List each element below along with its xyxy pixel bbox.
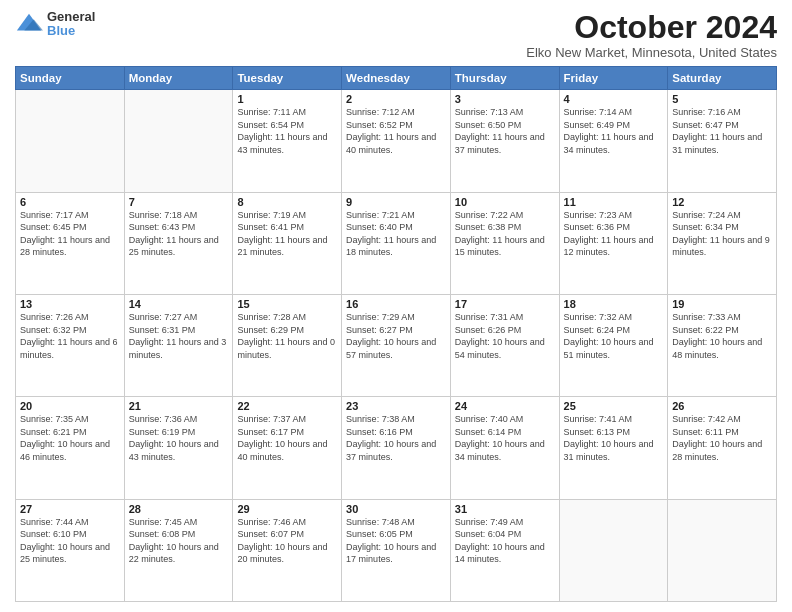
logo-blue-text: Blue bbox=[47, 24, 95, 38]
table-row: 14Sunrise: 7:27 AM Sunset: 6:31 PM Dayli… bbox=[124, 294, 233, 396]
day-number: 5 bbox=[672, 93, 772, 105]
table-row: 1Sunrise: 7:11 AM Sunset: 6:54 PM Daylig… bbox=[233, 90, 342, 192]
table-row: 6Sunrise: 7:17 AM Sunset: 6:45 PM Daylig… bbox=[16, 192, 125, 294]
table-row: 26Sunrise: 7:42 AM Sunset: 6:11 PM Dayli… bbox=[668, 397, 777, 499]
day-info: Sunrise: 7:17 AM Sunset: 6:45 PM Dayligh… bbox=[20, 209, 120, 259]
table-row: 16Sunrise: 7:29 AM Sunset: 6:27 PM Dayli… bbox=[342, 294, 451, 396]
table-row: 30Sunrise: 7:48 AM Sunset: 6:05 PM Dayli… bbox=[342, 499, 451, 601]
day-info: Sunrise: 7:12 AM Sunset: 6:52 PM Dayligh… bbox=[346, 106, 446, 156]
day-info: Sunrise: 7:11 AM Sunset: 6:54 PM Dayligh… bbox=[237, 106, 337, 156]
day-number: 8 bbox=[237, 196, 337, 208]
col-friday: Friday bbox=[559, 67, 668, 90]
table-row: 3Sunrise: 7:13 AM Sunset: 6:50 PM Daylig… bbox=[450, 90, 559, 192]
logo-icon bbox=[15, 10, 43, 38]
table-row: 9Sunrise: 7:21 AM Sunset: 6:40 PM Daylig… bbox=[342, 192, 451, 294]
day-info: Sunrise: 7:16 AM Sunset: 6:47 PM Dayligh… bbox=[672, 106, 772, 156]
day-info: Sunrise: 7:45 AM Sunset: 6:08 PM Dayligh… bbox=[129, 516, 229, 566]
day-info: Sunrise: 7:49 AM Sunset: 6:04 PM Dayligh… bbox=[455, 516, 555, 566]
day-info: Sunrise: 7:42 AM Sunset: 6:11 PM Dayligh… bbox=[672, 413, 772, 463]
week-row-5: 27Sunrise: 7:44 AM Sunset: 6:10 PM Dayli… bbox=[16, 499, 777, 601]
day-number: 7 bbox=[129, 196, 229, 208]
table-row: 15Sunrise: 7:28 AM Sunset: 6:29 PM Dayli… bbox=[233, 294, 342, 396]
table-row: 7Sunrise: 7:18 AM Sunset: 6:43 PM Daylig… bbox=[124, 192, 233, 294]
day-number: 18 bbox=[564, 298, 664, 310]
table-row bbox=[124, 90, 233, 192]
logo-general-text: General bbox=[47, 10, 95, 24]
day-info: Sunrise: 7:37 AM Sunset: 6:17 PM Dayligh… bbox=[237, 413, 337, 463]
day-number: 16 bbox=[346, 298, 446, 310]
table-row: 23Sunrise: 7:38 AM Sunset: 6:16 PM Dayli… bbox=[342, 397, 451, 499]
title-location: Elko New Market, Minnesota, United State… bbox=[526, 45, 777, 60]
week-row-1: 1Sunrise: 7:11 AM Sunset: 6:54 PM Daylig… bbox=[16, 90, 777, 192]
col-tuesday: Tuesday bbox=[233, 67, 342, 90]
day-number: 29 bbox=[237, 503, 337, 515]
day-number: 19 bbox=[672, 298, 772, 310]
day-info: Sunrise: 7:28 AM Sunset: 6:29 PM Dayligh… bbox=[237, 311, 337, 361]
table-row: 11Sunrise: 7:23 AM Sunset: 6:36 PM Dayli… bbox=[559, 192, 668, 294]
day-info: Sunrise: 7:31 AM Sunset: 6:26 PM Dayligh… bbox=[455, 311, 555, 361]
day-number: 3 bbox=[455, 93, 555, 105]
day-number: 9 bbox=[346, 196, 446, 208]
day-info: Sunrise: 7:38 AM Sunset: 6:16 PM Dayligh… bbox=[346, 413, 446, 463]
table-row bbox=[668, 499, 777, 601]
day-number: 26 bbox=[672, 400, 772, 412]
day-info: Sunrise: 7:35 AM Sunset: 6:21 PM Dayligh… bbox=[20, 413, 120, 463]
day-number: 28 bbox=[129, 503, 229, 515]
table-row bbox=[559, 499, 668, 601]
table-row: 4Sunrise: 7:14 AM Sunset: 6:49 PM Daylig… bbox=[559, 90, 668, 192]
col-thursday: Thursday bbox=[450, 67, 559, 90]
day-info: Sunrise: 7:36 AM Sunset: 6:19 PM Dayligh… bbox=[129, 413, 229, 463]
table-row: 12Sunrise: 7:24 AM Sunset: 6:34 PM Dayli… bbox=[668, 192, 777, 294]
table-row: 27Sunrise: 7:44 AM Sunset: 6:10 PM Dayli… bbox=[16, 499, 125, 601]
table-row: 18Sunrise: 7:32 AM Sunset: 6:24 PM Dayli… bbox=[559, 294, 668, 396]
table-row: 21Sunrise: 7:36 AM Sunset: 6:19 PM Dayli… bbox=[124, 397, 233, 499]
table-row: 8Sunrise: 7:19 AM Sunset: 6:41 PM Daylig… bbox=[233, 192, 342, 294]
day-number: 1 bbox=[237, 93, 337, 105]
day-number: 24 bbox=[455, 400, 555, 412]
week-row-4: 20Sunrise: 7:35 AM Sunset: 6:21 PM Dayli… bbox=[16, 397, 777, 499]
table-row: 13Sunrise: 7:26 AM Sunset: 6:32 PM Dayli… bbox=[16, 294, 125, 396]
col-sunday: Sunday bbox=[16, 67, 125, 90]
day-number: 12 bbox=[672, 196, 772, 208]
day-number: 4 bbox=[564, 93, 664, 105]
table-row: 29Sunrise: 7:46 AM Sunset: 6:07 PM Dayli… bbox=[233, 499, 342, 601]
day-info: Sunrise: 7:40 AM Sunset: 6:14 PM Dayligh… bbox=[455, 413, 555, 463]
day-number: 13 bbox=[20, 298, 120, 310]
day-number: 14 bbox=[129, 298, 229, 310]
calendar-table: Sunday Monday Tuesday Wednesday Thursday… bbox=[15, 66, 777, 602]
logo: General Blue bbox=[15, 10, 95, 39]
day-number: 30 bbox=[346, 503, 446, 515]
day-number: 25 bbox=[564, 400, 664, 412]
table-row: 17Sunrise: 7:31 AM Sunset: 6:26 PM Dayli… bbox=[450, 294, 559, 396]
day-info: Sunrise: 7:46 AM Sunset: 6:07 PM Dayligh… bbox=[237, 516, 337, 566]
week-row-3: 13Sunrise: 7:26 AM Sunset: 6:32 PM Dayli… bbox=[16, 294, 777, 396]
col-saturday: Saturday bbox=[668, 67, 777, 90]
day-number: 17 bbox=[455, 298, 555, 310]
table-row: 25Sunrise: 7:41 AM Sunset: 6:13 PM Dayli… bbox=[559, 397, 668, 499]
day-info: Sunrise: 7:19 AM Sunset: 6:41 PM Dayligh… bbox=[237, 209, 337, 259]
col-monday: Monday bbox=[124, 67, 233, 90]
day-info: Sunrise: 7:41 AM Sunset: 6:13 PM Dayligh… bbox=[564, 413, 664, 463]
title-block: October 2024 Elko New Market, Minnesota,… bbox=[526, 10, 777, 60]
day-number: 22 bbox=[237, 400, 337, 412]
day-info: Sunrise: 7:22 AM Sunset: 6:38 PM Dayligh… bbox=[455, 209, 555, 259]
table-row: 19Sunrise: 7:33 AM Sunset: 6:22 PM Dayli… bbox=[668, 294, 777, 396]
table-row: 20Sunrise: 7:35 AM Sunset: 6:21 PM Dayli… bbox=[16, 397, 125, 499]
title-month: October 2024 bbox=[526, 10, 777, 45]
table-row: 24Sunrise: 7:40 AM Sunset: 6:14 PM Dayli… bbox=[450, 397, 559, 499]
logo-text: General Blue bbox=[47, 10, 95, 39]
day-number: 23 bbox=[346, 400, 446, 412]
table-row: 5Sunrise: 7:16 AM Sunset: 6:47 PM Daylig… bbox=[668, 90, 777, 192]
table-row: 28Sunrise: 7:45 AM Sunset: 6:08 PM Dayli… bbox=[124, 499, 233, 601]
day-number: 6 bbox=[20, 196, 120, 208]
day-info: Sunrise: 7:29 AM Sunset: 6:27 PM Dayligh… bbox=[346, 311, 446, 361]
day-number: 15 bbox=[237, 298, 337, 310]
day-info: Sunrise: 7:44 AM Sunset: 6:10 PM Dayligh… bbox=[20, 516, 120, 566]
day-info: Sunrise: 7:32 AM Sunset: 6:24 PM Dayligh… bbox=[564, 311, 664, 361]
day-number: 27 bbox=[20, 503, 120, 515]
day-number: 11 bbox=[564, 196, 664, 208]
day-info: Sunrise: 7:48 AM Sunset: 6:05 PM Dayligh… bbox=[346, 516, 446, 566]
day-number: 2 bbox=[346, 93, 446, 105]
table-row: 10Sunrise: 7:22 AM Sunset: 6:38 PM Dayli… bbox=[450, 192, 559, 294]
page: General Blue October 2024 Elko New Marke… bbox=[0, 0, 792, 612]
